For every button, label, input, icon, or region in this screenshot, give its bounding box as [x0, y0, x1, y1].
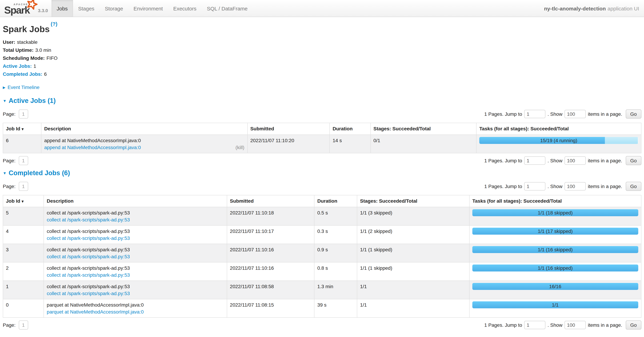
kill-link[interactable]: (kill) [236, 144, 244, 151]
job-description-cell: collect at /spark-scripts/spark-ad.py:53… [44, 207, 227, 226]
job-description-link[interactable]: collect at /spark-scripts/spark-ad.py:53 [47, 235, 130, 242]
job-duration-cell: 39 s [314, 299, 357, 318]
job-description-link[interactable]: collect at /spark-scripts/spark-ad.py:53 [47, 272, 130, 279]
tasks-progress-bar: 16/16 [472, 283, 638, 290]
column-header[interactable]: Submitted [247, 123, 330, 135]
job-id-cell: 4 [3, 226, 44, 244]
job-stages-cell: 1/1 (3 skipped) [357, 207, 470, 226]
current-page-box[interactable]: 1 [18, 321, 28, 330]
progress-label: 1/1 (17 skipped) [472, 228, 638, 235]
items-text: items in a page. [588, 111, 622, 117]
job-submitted-cell: 2022/11/07 11:10:17 [227, 226, 314, 244]
current-page-box[interactable]: 1 [18, 156, 28, 165]
job-stages-cell: 1/1 (1 skipped) [357, 263, 470, 281]
tasks-progress-bar: 1/1 (18 skipped) [472, 209, 638, 216]
job-duration-cell: 0.5 s [314, 207, 357, 226]
job-description: append at NativeMethodAccessorImpl.java:… [44, 137, 244, 144]
nav-tab[interactable]: SQL / DataFrame [202, 0, 253, 17]
go-button[interactable]: Go [626, 321, 641, 330]
help-icon[interactable]: (?) [51, 21, 58, 27]
collapse-arrow-icon: ▼ [3, 171, 6, 175]
job-id-cell: 1 [3, 281, 44, 299]
column-header[interactable]: Tasks (for all stages): Succeeded/Total [470, 195, 641, 207]
progress-label: 1/1 (18 skipped) [472, 209, 638, 216]
expand-arrow-icon: ▶ [3, 86, 6, 89]
column-header[interactable]: Stages: Succeeded/Total [357, 195, 470, 207]
job-description-link[interactable]: collect at /spark-scripts/spark-ad.py:53 [47, 290, 130, 297]
jump-to-page-input[interactable] [524, 157, 546, 165]
summary-value: 1 [34, 63, 36, 69]
column-header[interactable]: Job Id▾ [3, 123, 41, 135]
job-duration-cell: 1.3 min [314, 281, 357, 299]
column-header[interactable]: Description [44, 195, 227, 207]
completed-jobs-table: Job Id▾ Description Submitted Duration S… [3, 195, 641, 318]
go-button[interactable]: Go [626, 156, 641, 165]
nav-tab[interactable]: Jobs [52, 0, 73, 17]
column-header[interactable]: Submitted [227, 195, 314, 207]
summary-item: Completed Jobs:6 [3, 71, 641, 77]
column-header[interactable]: Description [41, 123, 247, 135]
items-per-page-input[interactable] [564, 157, 586, 165]
items-per-page-input[interactable] [564, 182, 586, 191]
show-text: . Show [548, 323, 562, 328]
tasks-progress-bar: 1/1 (16 skipped) [472, 265, 638, 272]
column-header[interactable]: Duration [330, 123, 370, 135]
summary-value: stackable [17, 39, 38, 45]
jump-to-page-input[interactable] [524, 321, 546, 329]
spark-version: 3.3.0 [38, 8, 48, 15]
job-tasks-cell: 1/1 [470, 299, 641, 318]
job-description-cell: collect at /spark-scripts/spark-ad.py:53… [44, 263, 227, 281]
spark-logo[interactable]: APACHE Spark 3.3.0 [0, 0, 52, 17]
jump-to-page-input[interactable] [524, 110, 546, 118]
go-button[interactable]: Go [626, 182, 641, 191]
column-header-label: Job Id [6, 198, 20, 204]
jump-to-page-input[interactable] [524, 182, 546, 191]
column-header[interactable]: Tasks (for all stages): Succeeded/Total [476, 123, 641, 135]
column-header-label: Tasks (for all stages): Succeeded/Total [479, 126, 569, 132]
job-description: collect at /spark-scripts/spark-ad.py:53 [47, 283, 224, 290]
progress-label: 1/1 (16 skipped) [472, 246, 638, 253]
job-description-link[interactable]: collect at /spark-scripts/spark-ad.py:53 [47, 216, 130, 223]
active-jobs-header[interactable]: ▼Active Jobs (1) [3, 97, 641, 105]
tasks-progress-bar: 1/1 [472, 302, 638, 309]
progress-label: 1/1 [472, 302, 638, 309]
job-duration-cell: 14 s [330, 135, 370, 153]
column-header[interactable]: Duration [314, 195, 357, 207]
current-page-box[interactable]: 1 [18, 110, 28, 119]
nav-tab[interactable]: Storage [100, 0, 128, 17]
column-header-label: Submitted [230, 198, 254, 204]
completed-jobs-header[interactable]: ▼Completed Jobs (6) [3, 169, 641, 177]
current-page-box[interactable]: 1 [18, 182, 28, 191]
job-description-link[interactable]: collect at /spark-scripts/spark-ad.py:53 [47, 253, 130, 260]
page-label: Page: [3, 158, 16, 164]
job-duration-cell: 0.9 s [314, 244, 357, 263]
pagination-bar-completed-bottom: Page: 1 1 Pages. Jump to . Show items in… [3, 321, 641, 330]
job-description: collect at /spark-scripts/spark-ad.py:53 [47, 228, 224, 235]
column-header[interactable]: Job Id▾ [3, 195, 44, 207]
job-tasks-cell: 1/1 (17 skipped) [470, 226, 641, 244]
job-description-link[interactable]: parquet at NativeMethodAccessorImpl.java… [47, 309, 144, 316]
application-name-text: ny-tlc-anomaly-detection [544, 5, 606, 11]
go-button[interactable]: Go [626, 110, 641, 119]
column-header[interactable]: Stages: Succeeded/Total [370, 123, 476, 135]
job-description: collect at /spark-scripts/spark-ad.py:53 [47, 246, 224, 253]
column-header-label: Description [47, 198, 74, 204]
job-duration-cell: 0.8 s [314, 263, 357, 281]
job-row: 6 append at NativeMethodAccessorImpl.jav… [3, 135, 641, 153]
nav-tab[interactable]: Executors [168, 0, 202, 17]
summary-label: Total Uptime: [3, 47, 34, 53]
page-title-text: Spark Jobs [3, 24, 50, 34]
job-tasks-cell: 1/1 (18 skipped) [470, 207, 641, 226]
job-row: 2 collect at /spark-scripts/spark-ad.py:… [3, 263, 641, 281]
items-per-page-input[interactable] [564, 110, 586, 118]
items-text: items in a page. [588, 184, 622, 189]
summary-value: FIFO [46, 55, 58, 61]
job-stages-cell: 1/1 [357, 299, 470, 318]
page-label: Page: [3, 323, 16, 328]
nav-tab[interactable]: Stages [73, 0, 100, 17]
items-per-page-input[interactable] [564, 321, 586, 329]
job-description-link[interactable]: append at NativeMethodAccessorImpl.java:… [44, 144, 141, 151]
nav-tab[interactable]: Environment [128, 0, 168, 17]
column-header-label: Description [44, 126, 71, 132]
event-timeline-toggle[interactable]: ▶Event Timeline [3, 85, 641, 90]
